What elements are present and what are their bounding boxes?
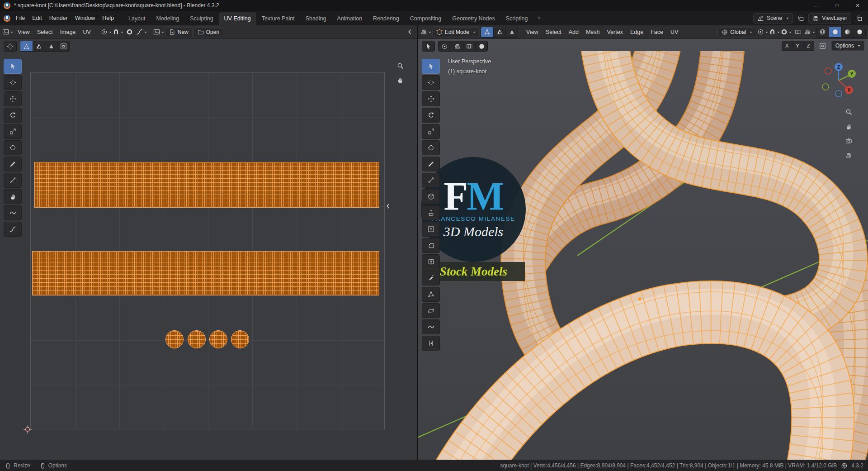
image-browser-button[interactable] — [153, 27, 164, 37]
workspace-tab-compositing[interactable]: Compositing — [405, 12, 447, 25]
viewport-navigation-gizmo[interactable]: Z Y X — [820, 62, 858, 100]
uv-menu-select[interactable]: Select — [33, 27, 57, 37]
uv-proportional-editing[interactable] — [124, 27, 135, 37]
viewport-overlays[interactable] — [804, 27, 815, 37]
viewport-zoom-icon[interactable] — [843, 107, 854, 117]
workspace-tab-modeling[interactable]: Modeling — [151, 12, 184, 25]
uv-menu-uv[interactable]: UV — [79, 27, 94, 37]
workspace-tab-shading[interactable]: Shading — [300, 12, 332, 25]
viewport-menu-mesh[interactable]: Mesh — [582, 27, 604, 37]
viewport-xray-toggle[interactable] — [793, 27, 803, 37]
uv-zoom-icon[interactable] — [395, 61, 406, 71]
viewport-tool-tweak[interactable] — [422, 59, 440, 74]
viewport-active-tool[interactable] — [422, 41, 434, 51]
new-scene-button[interactable] — [795, 13, 806, 23]
uv-island-cap-4[interactable] — [231, 330, 249, 348]
uv-canvas[interactable] — [0, 39, 417, 460]
gizmo-y-negative[interactable] — [822, 84, 829, 90]
topbar-menu-file[interactable]: File — [12, 13, 28, 23]
uv-editor-type-button[interactable] — [2, 27, 13, 37]
viewport-menu-select[interactable]: Select — [542, 27, 565, 37]
viewport-tool-rotate[interactable] — [422, 108, 440, 123]
topbar-menu-render[interactable]: Render — [46, 13, 71, 23]
viewport-pan-icon[interactable] — [843, 121, 854, 131]
viewport-vertex-select-mode[interactable] — [481, 27, 493, 37]
viewport-snapping[interactable] — [769, 27, 780, 37]
uv-island-cap-3[interactable] — [209, 330, 227, 348]
uv-proportional-falloff[interactable] — [136, 27, 147, 37]
uv-tool-scale[interactable] — [4, 124, 22, 139]
viewport-tool-annotate[interactable] — [422, 157, 440, 171]
viewport-solid-shading[interactable] — [829, 27, 841, 37]
uv-tool-move[interactable] — [4, 91, 22, 106]
uv-tool-grab[interactable] — [4, 189, 22, 204]
uv-tool-pinch[interactable] — [4, 222, 22, 237]
viewport-wireframe-shading[interactable] — [816, 27, 829, 37]
topbar-menu-edit[interactable]: Edit — [28, 13, 46, 23]
viewport-tool-extrude-region[interactable] — [422, 205, 440, 220]
viewport-perspective-toggle-icon[interactable] — [843, 150, 854, 160]
workspace-tab-layout[interactable]: Layout — [123, 12, 151, 25]
viewport-rendered-shading[interactable] — [853, 27, 865, 37]
viewport-tool-spin[interactable] — [422, 303, 440, 318]
uv-island-cap-2[interactable] — [188, 330, 206, 348]
uv-menu-view[interactable]: View — [14, 27, 33, 37]
viewlayer-selector[interactable]: ViewLayer — [808, 13, 851, 24]
gizmo-x-negative[interactable] — [825, 68, 831, 74]
uv-select-face[interactable] — [45, 41, 57, 51]
options-dropdown[interactable]: Options — [831, 41, 864, 51]
viewport-canvas[interactable]: User Perspective (1) square-knot XYZ Opt… — [418, 39, 868, 460]
new-viewlayer-button[interactable] — [854, 13, 864, 23]
uv-tool-rotate[interactable] — [4, 108, 22, 123]
uv-2d-cursor[interactable] — [24, 425, 32, 433]
viewport-menu-view[interactable]: View — [523, 27, 542, 37]
workspace-tab-uv-editing[interactable]: UV Editing — [219, 12, 256, 25]
viewport-tool-edge-slide[interactable] — [422, 336, 440, 351]
workspace-tab-animation[interactable]: Animation — [332, 12, 368, 25]
uv-snapping[interactable] — [113, 27, 123, 37]
viewport-menu-vertex[interactable]: Vertex — [603, 27, 626, 37]
viewport-tool-transform[interactable] — [422, 140, 440, 155]
scene-selector[interactable]: Scene — [753, 13, 793, 24]
add-workspace-button[interactable]: + — [533, 13, 544, 23]
mirror-axis-x[interactable]: X — [782, 41, 793, 51]
uv-pivot-point[interactable] — [101, 27, 112, 37]
gizmo-z-negative[interactable] — [835, 90, 842, 97]
uv-tool-annotate[interactable] — [4, 157, 22, 171]
uv-island-cap-1[interactable] — [165, 330, 184, 348]
open-image-button[interactable]: Open — [193, 27, 223, 37]
uv-tool-tweak[interactable] — [4, 59, 22, 74]
viewport-edge-select-mode[interactable] — [493, 27, 505, 37]
viewport-editor-type-button[interactable] — [420, 27, 431, 37]
uv-pan-icon[interactable] — [395, 75, 406, 85]
uv-tool-transform[interactable] — [4, 140, 22, 155]
workspace-tab-geometry-nodes[interactable]: Geometry Nodes — [447, 12, 500, 25]
uv-select-island[interactable] — [57, 41, 69, 51]
mode-dropdown[interactable]: Edit Mode — [432, 27, 480, 37]
uv-sidebar-toggle-icon[interactable] — [404, 27, 415, 37]
topbar-menu-window[interactable]: Window — [71, 13, 99, 23]
maximize-button[interactable]: □ — [826, 0, 847, 11]
snap-target-icon[interactable] — [817, 41, 828, 51]
viewport-face-select-mode[interactable] — [505, 27, 518, 37]
uv-island-strip-2[interactable] — [32, 251, 379, 295]
viewport-toggle-overlays[interactable] — [451, 41, 463, 51]
viewport-menu-face[interactable]: Face — [647, 27, 667, 37]
viewport-menu-edge[interactable]: Edge — [627, 27, 647, 37]
viewport-tool-add-cube[interactable] — [422, 189, 440, 204]
uv-tool-relax[interactable] — [4, 205, 22, 220]
uv-tool-measure[interactable] — [4, 173, 22, 188]
uv-select-vertex[interactable] — [20, 41, 33, 51]
workspace-tab-rendering[interactable]: Rendering — [368, 12, 405, 25]
viewport-tool-move[interactable] — [422, 91, 440, 106]
uv-region-arrow-icon[interactable] — [382, 201, 393, 211]
viewport-tool-loop-cut[interactable] — [422, 254, 440, 269]
topbar-menu-help[interactable]: Help — [99, 13, 118, 23]
blender-menu-icon[interactable] — [4, 15, 10, 22]
viewport-tool-scale[interactable] — [422, 124, 440, 139]
viewport-menu-uv[interactable]: UV — [667, 27, 682, 37]
transform-orientation-dropdown[interactable]: Global — [717, 27, 756, 37]
viewport-tool-smooth[interactable] — [422, 319, 440, 334]
workspace-tab-sculpting[interactable]: Sculpting — [184, 12, 218, 25]
viewport-tool-bevel[interactable] — [422, 238, 440, 253]
